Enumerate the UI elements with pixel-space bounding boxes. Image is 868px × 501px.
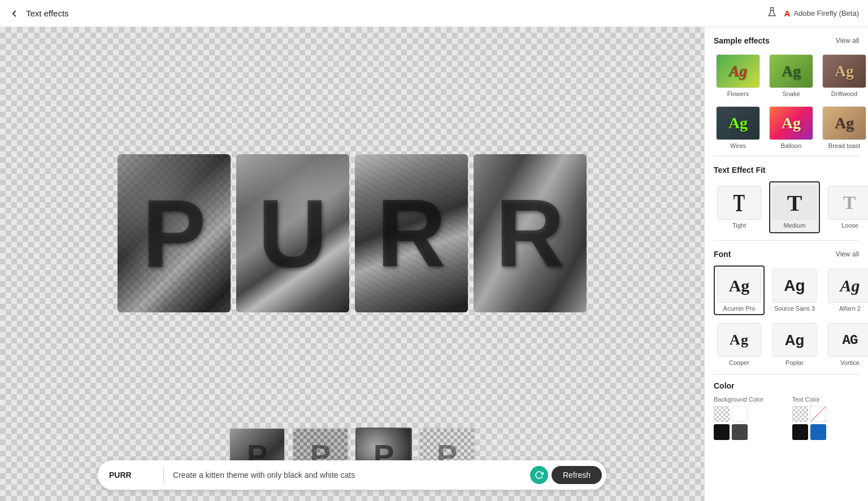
topbar: Text effects A Adobe Firefly (Beta) [0, 0, 868, 27]
fit-tight-label: Tight [732, 222, 746, 229]
sample-effects-section: Sample effects View all Ag Flowers Ag Sn… [705, 27, 868, 156]
font-acumin-thumb: Ag [717, 269, 761, 303]
font-alfarn[interactable]: Ag Alfarn 2 [824, 265, 868, 315]
font-source-thumb: Ag [772, 269, 817, 303]
letter-P: P [118, 154, 231, 312]
font-source[interactable]: Ag Source Sans 3 [769, 265, 820, 315]
font-vortice[interactable]: AG Vortice [824, 320, 868, 369]
font-alfarn-label: Alfarn 2 [839, 305, 861, 312]
bg-swatch-white[interactable] [732, 406, 748, 422]
effects-grid: Ag Flowers Ag Snake Ag Driftwood [714, 52, 859, 151]
page-title: Text effects [26, 8, 69, 18]
letter-R1: R [355, 154, 468, 312]
text-swatch-transparent[interactable] [792, 406, 808, 422]
font-cooper[interactable]: Ag Cooper [714, 320, 765, 369]
topbar-left: Text effects [9, 8, 69, 19]
prompt-divider [163, 467, 164, 483]
effect-wires-thumb: Ag [716, 106, 760, 140]
font-poplar[interactable]: Ag Poplar [769, 320, 820, 369]
sample-effects-header: Sample effects View all [714, 36, 859, 45]
prompt-word-input[interactable]: PURR [109, 470, 154, 480]
effect-snake-label: Snake [782, 90, 800, 97]
text-color-column: Text Color [792, 396, 860, 440]
fit-grid: T Tight T Medium T Loose [714, 181, 859, 233]
refresh-spin-icon[interactable] [530, 466, 548, 484]
background-color-column: Background Color [714, 396, 781, 440]
sample-effects-view-all[interactable]: View all [836, 37, 859, 45]
text-swatch-diag[interactable] [810, 406, 826, 422]
letter-P-char: P [142, 178, 206, 289]
prompt-description[interactable]: Create a kitten theme with only black an… [173, 470, 530, 480]
refresh-button[interactable]: Refresh [552, 466, 602, 484]
font-vortice-label: Vortice [840, 359, 860, 366]
font-cooper-thumb: Ag [717, 323, 761, 357]
font-title: Font [714, 250, 731, 259]
font-view-all[interactable]: View all [836, 250, 859, 258]
font-vortice-thumb: AG [828, 323, 868, 357]
background-swatches [714, 406, 781, 422]
adobe-logo: A Adobe Firefly (Beta) [784, 8, 859, 18]
bg-swatch-transparent[interactable] [714, 406, 730, 422]
back-button[interactable] [9, 8, 19, 19]
letter-R2-char: R [496, 178, 565, 289]
color-row: Background Color Text Color [714, 396, 859, 440]
font-source-label: Source Sans 3 [774, 305, 815, 312]
fit-tight-icon: T [717, 186, 761, 220]
fit-medium-icon: T [772, 186, 817, 220]
font-section: Font View all Ag Acumin Pro Ag Source Sa… [705, 241, 868, 374]
letter-R2: R [474, 154, 587, 312]
effect-flowers-label: Flowers [727, 90, 749, 97]
effect-breadtoast-thumb: Ag [822, 106, 866, 140]
bg-swatch-darkgray[interactable] [732, 424, 748, 440]
font-alfarn-thumb: Ag [828, 269, 868, 303]
text-effect-fit-section: Text Effect Fit T Tight T Medium [705, 156, 868, 240]
adobe-brand-label: Adobe Firefly (Beta) [793, 9, 859, 18]
fit-loose-label: Loose [841, 222, 858, 229]
canvas-area: P U R R P [0, 27, 704, 501]
fit-medium[interactable]: T Medium [769, 181, 820, 233]
effect-snake[interactable]: Ag Snake [767, 52, 815, 99]
fit-tight[interactable]: T Tight [714, 181, 765, 233]
text-swatch-black[interactable] [792, 424, 808, 440]
text-effect-fit-title: Text Effect Fit [714, 165, 766, 175]
font-header: Font View all [714, 250, 859, 259]
effect-wires-label: Wires [730, 142, 746, 149]
prompt-bar: PURR Create a kitten theme with only bla… [98, 460, 606, 490]
background-swatches-row2 [714, 424, 781, 440]
fit-medium-label: Medium [783, 222, 805, 229]
adobe-icon: A [784, 8, 791, 18]
font-poplar-thumb: Ag [772, 323, 817, 357]
purr-letters: P U R R [118, 154, 587, 312]
main-content: P U R R P [0, 27, 868, 501]
font-cooper-label: Cooper [729, 359, 749, 366]
beaker-icon[interactable] [766, 6, 778, 20]
effect-driftwood-label: Driftwood [831, 90, 857, 97]
font-grid: Ag Acumin Pro Ag Source Sans 3 Ag Alfarn… [714, 265, 859, 369]
bg-swatch-black[interactable] [714, 424, 730, 440]
font-poplar-label: Poplar [785, 359, 804, 366]
text-swatches-row2 [792, 424, 860, 440]
text-effect-fit-header: Text Effect Fit [714, 165, 859, 175]
effect-wires[interactable]: Ag Wires [714, 104, 762, 151]
effect-breadtoast-label: Bread toast [828, 142, 860, 149]
purr-display: P U R R [11, 38, 693, 428]
effect-breadtoast[interactable]: Ag Bread toast [820, 104, 868, 151]
effect-flowers[interactable]: Ag Flowers [714, 52, 762, 99]
letter-U: U [236, 154, 349, 312]
text-swatch-blue[interactable] [810, 424, 826, 440]
color-section: Color Background Color Text Color [705, 374, 868, 447]
color-title: Color [714, 381, 859, 390]
fit-loose[interactable]: T Loose [824, 181, 868, 233]
effect-driftwood[interactable]: Ag Driftwood [820, 52, 868, 99]
font-acumin-label: Acumin Pro [723, 305, 756, 312]
background-color-label: Background Color [714, 396, 781, 403]
text-color-label: Text Color [792, 396, 860, 403]
topbar-right: A Adobe Firefly (Beta) [766, 6, 859, 20]
font-acumin[interactable]: Ag Acumin Pro [714, 265, 765, 315]
effect-driftwood-thumb: Ag [822, 54, 866, 88]
letter-U-char: U [258, 178, 328, 289]
letter-R1-char: R [377, 178, 446, 289]
effect-flowers-thumb: Ag [716, 54, 760, 88]
sample-effects-title: Sample effects [714, 36, 770, 45]
effect-balloon[interactable]: Ag Balloon [767, 104, 815, 151]
